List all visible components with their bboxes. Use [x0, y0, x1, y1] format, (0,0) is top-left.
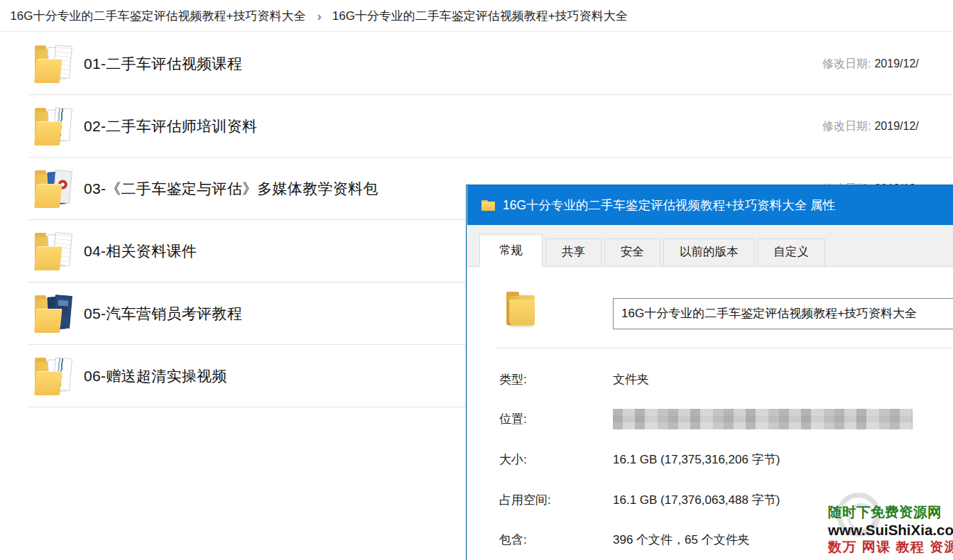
folder-name: 01-二手车评估视频课程 [84, 54, 242, 74]
folder-name: 05-汽车营销员考评教程 [84, 304, 242, 324]
dialog-title: 16G十分专业的二手车鉴定评估视频教程+技巧资料大全 属性 [503, 197, 835, 214]
breadcrumb: › 16G十分专业的二手车鉴定评估视频教程+技巧资料大全 › 16G十分专业的二… [0, 0, 953, 32]
folder-name-input[interactable]: 16G十分专业的二手车鉴定评估视频教程+技巧资料大全 [613, 298, 953, 329]
tab-customize[interactable]: 自定义 [758, 238, 826, 266]
breadcrumb-item-current[interactable]: 16G十分专业的二手车鉴定评估视频教程+技巧资料大全 [332, 8, 628, 24]
folder-with-photos-icon [34, 293, 72, 334]
property-label: 大小: [499, 451, 613, 468]
folder-with-binder-icon [34, 106, 72, 147]
dialog-border-highlight [467, 185, 467, 560]
watermark-line1: 随时下免费资源网 [828, 504, 953, 521]
property-value: 16.1 GB (17,375,316,206 字节) [613, 451, 780, 468]
dialog-tabstrip: 常规 共享 安全 以前的版本 自定义 [479, 236, 953, 266]
property-label: 类型: [499, 371, 613, 388]
folder-with-documents-icon [34, 43, 72, 84]
watermark-line3: 数万 网课 教程 资源 [828, 539, 953, 555]
property-row-type: 类型: 文件夹 [499, 368, 953, 390]
property-label: 占用空间: [499, 492, 613, 508]
folder-name: 06-赠送超清实操视频 [84, 366, 227, 386]
tab-general[interactable]: 常规 [479, 234, 543, 267]
folder-with-media-icon [34, 168, 72, 209]
breadcrumb-item-parent[interactable]: 16G十分专业的二手车鉴定评估视频教程+技巧资料大全 [10, 8, 305, 24]
property-value: 16.1 GB (17,376,063,488 字节) [613, 492, 780, 508]
property-row-location: 位置: [499, 407, 953, 430]
tab-previous-versions[interactable]: 以前的版本 [663, 238, 755, 266]
tab-sharing[interactable]: 共享 [545, 238, 601, 266]
chevron-right-icon: › [317, 9, 321, 23]
modified-date: 修改日期:2019/12/ [822, 119, 919, 133]
folder-name: 04-相关资料课件 [84, 241, 197, 261]
folder-icon [505, 291, 536, 326]
folder-name: 02-二手车评估师培训资料 [84, 116, 257, 136]
location-value-redacted [613, 409, 913, 429]
separator [495, 348, 953, 348]
dialog-titlebar[interactable]: 16G十分专业的二手车鉴定评估视频教程+技巧资料大全 属性 [467, 185, 953, 225]
tab-security[interactable]: 安全 [604, 238, 660, 266]
folder-row[interactable]: 01-二手车评估视频课程 修改日期:2019/12/ [28, 33, 953, 95]
property-label: 位置: [499, 411, 613, 427]
folder-name: 03-《二手车鉴定与评估》多媒体教学资料包 [84, 179, 379, 199]
folder-with-binder-icon [34, 356, 72, 397]
watermark-line2: www.SuiShiXia.com [828, 521, 953, 539]
folder-row[interactable]: 02-二手车评估师培训资料 修改日期:2019/12/ [28, 95, 953, 158]
property-value: 396 个文件，65 个文件夹 [613, 532, 750, 548]
property-label: 包含: [499, 532, 613, 548]
folder-icon [481, 200, 495, 211]
property-row-size: 大小: 16.1 GB (17,375,316,206 字节) [499, 448, 953, 471]
site-watermark: 随时下免费资源网 www.SuiShiXia.com 数万 网课 教程 资源 [828, 504, 953, 555]
folder-with-documents-icon [34, 231, 72, 272]
modified-date: 修改日期:2019/12/ [822, 56, 919, 71]
property-value: 文件夹 [613, 371, 649, 388]
